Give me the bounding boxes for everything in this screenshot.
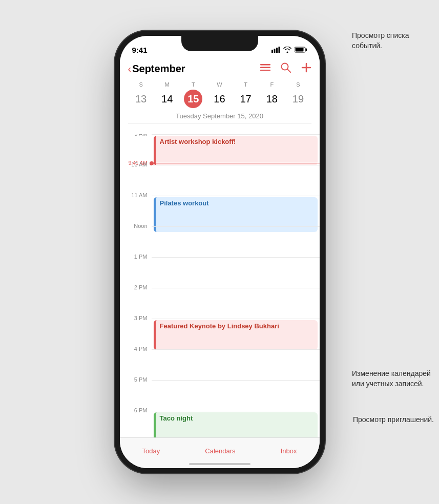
add-icon — [301, 62, 311, 73]
callout-list-events: Просмотр списка событий. — [352, 31, 434, 51]
event-keynote[interactable]: Featured Keynote by Lindsey Bukhari — [154, 320, 318, 350]
week-strip: S 13 M 14 T 15 W 16 T 17 — [128, 79, 311, 110]
time-row-5pm: 5 PM — [120, 380, 320, 411]
status-icons — [271, 47, 307, 53]
svg-rect-8 — [260, 67, 270, 69]
svg-rect-1 — [274, 49, 275, 53]
home-indicator — [189, 463, 250, 465]
tab-calendars[interactable]: Calendars — [205, 447, 235, 455]
time-row-10am: 10 AM — [120, 165, 320, 196]
time-row-noon: Noon — [120, 226, 320, 257]
signal-icon — [271, 47, 280, 53]
tab-inbox[interactable]: Inbox — [281, 447, 297, 455]
day-col-4[interactable]: T 17 — [235, 81, 257, 108]
notch — [181, 36, 258, 51]
phone-frame: 9:41 — [120, 36, 320, 468]
callout-change-calendars: Изменение календарей или учетных записей… — [352, 369, 434, 389]
back-button[interactable]: ‹ September — [128, 63, 185, 75]
month-nav: ‹ September — [128, 62, 311, 75]
callout-inbox: Просмотр приглашений. — [353, 415, 434, 425]
wifi-icon — [283, 47, 291, 53]
time-row-11am: 11 AM Pilates workout — [120, 196, 320, 226]
list-icon — [260, 64, 270, 72]
search-button[interactable] — [281, 62, 291, 75]
svg-rect-2 — [276, 48, 278, 53]
event-taco-night[interactable]: Taco night — [154, 412, 318, 437]
svg-rect-9 — [260, 70, 270, 71]
back-chevron-icon: ‹ — [128, 63, 132, 75]
time-row-2pm: 2 PM — [120, 288, 320, 319]
selected-date-label: Tuesday September 15, 2020 — [128, 110, 311, 123]
time-row-6pm: 6 PM Taco night — [120, 411, 320, 437]
svg-rect-0 — [271, 50, 273, 53]
calendar-header: ‹ September — [120, 58, 320, 125]
day-col-5[interactable]: F 18 — [261, 81, 283, 108]
day-col-0[interactable]: S 13 — [130, 81, 152, 108]
time-grid[interactable]: 9 AM Artist workshop kickoff! 9:41 AM — [120, 134, 320, 437]
day-col-3[interactable]: W 16 — [208, 81, 231, 108]
svg-rect-3 — [278, 47, 280, 53]
svg-rect-7 — [260, 64, 270, 66]
time-row-1pm: 1 PM — [120, 257, 320, 288]
search-icon — [281, 62, 291, 73]
day-col-2[interactable]: T 15 — [182, 81, 204, 108]
add-event-button[interactable] — [301, 62, 311, 75]
time-row-4pm: 4 PM — [120, 349, 320, 380]
status-time: 9:41 — [132, 46, 148, 54]
header-actions — [260, 62, 311, 75]
time-row-3pm: 3 PM Featured Keynote by Lindsey Bukhari — [120, 319, 320, 349]
list-view-button[interactable] — [260, 63, 270, 75]
tab-today[interactable]: Today — [142, 447, 160, 455]
svg-rect-6 — [295, 48, 303, 52]
battery-icon — [295, 47, 307, 53]
svg-rect-5 — [305, 49, 307, 51]
month-title: September — [132, 63, 185, 75]
day-col-1[interactable]: M 14 — [156, 81, 178, 108]
svg-line-11 — [287, 69, 290, 72]
day-col-6[interactable]: S 19 — [287, 81, 309, 108]
